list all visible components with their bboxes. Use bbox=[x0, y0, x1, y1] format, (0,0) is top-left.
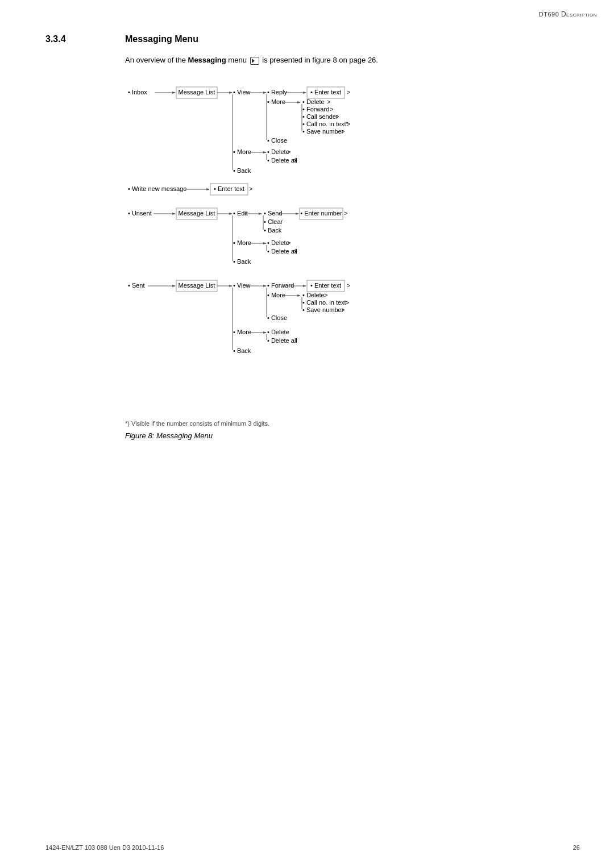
section-intro: An overview of the Messaging menu is pre… bbox=[125, 55, 580, 66]
messaging-icon bbox=[250, 57, 259, 65]
svg-text:>: > bbox=[330, 106, 333, 113]
svg-text:• Back: • Back bbox=[233, 347, 251, 354]
svg-text:• View: • View bbox=[233, 89, 251, 95]
svg-text:Message List: Message List bbox=[179, 210, 215, 217]
svg-text:• Delete: • Delete bbox=[267, 148, 289, 155]
intro-page: is presented in figure 8 on page 26. bbox=[262, 56, 378, 64]
svg-text:>: > bbox=[347, 121, 350, 127]
svg-text:>: > bbox=[341, 306, 345, 313]
svg-text:>: > bbox=[347, 89, 350, 95]
footnote: *) Visible if the number consists of min… bbox=[125, 420, 580, 427]
section-title: Messaging Menu bbox=[125, 34, 198, 44]
svg-text:>: > bbox=[327, 98, 330, 105]
footnote-text: *) Visible if the number consists of min… bbox=[125, 420, 269, 427]
svg-text:>: > bbox=[249, 185, 252, 192]
svg-text:>: > bbox=[341, 128, 345, 135]
svg-text:• Forward: • Forward bbox=[267, 282, 294, 289]
svg-text:>: > bbox=[293, 157, 296, 164]
svg-text:• Save number: • Save number bbox=[302, 306, 344, 313]
svg-text:• Send: • Send bbox=[264, 210, 283, 217]
svg-text:• Write new message: • Write new message bbox=[128, 185, 186, 192]
svg-text:• Back: • Back bbox=[233, 167, 251, 174]
svg-text:>: > bbox=[344, 210, 347, 217]
svg-text:>: > bbox=[346, 299, 349, 306]
svg-text:• Delete: • Delete bbox=[267, 239, 289, 246]
messaging-menu-diagram: • Inbox Message List • View • Reply • En… bbox=[125, 77, 557, 407]
svg-text:• Edit: • Edit bbox=[233, 210, 248, 217]
svg-text:• Unsent: • Unsent bbox=[128, 210, 152, 217]
svg-text:• Enter text: • Enter text bbox=[310, 282, 341, 289]
figure-caption-text: Figure 8: Messaging Menu bbox=[125, 431, 213, 440]
svg-text:>: > bbox=[287, 239, 291, 246]
svg-text:• Save number: • Save number bbox=[302, 128, 344, 135]
intro-post: menu bbox=[226, 56, 247, 64]
svg-text:• Sent: • Sent bbox=[128, 282, 145, 289]
intro-bold: Messaging bbox=[188, 56, 226, 64]
svg-text:• View: • View bbox=[233, 282, 251, 289]
header-product: DT690 bbox=[539, 11, 559, 18]
page-footer: 1424-EN/LZT 103 088 Uen D3 2010-11-16 26 bbox=[45, 844, 580, 851]
section-number: 3.3.4 bbox=[45, 34, 80, 44]
svg-text:• Back: • Back bbox=[264, 227, 282, 234]
diagram-container: • Inbox Message List • View • Reply • En… bbox=[125, 77, 580, 409]
svg-text:• Call no. in text: • Call no. in text bbox=[302, 299, 346, 306]
footer-right: 26 bbox=[573, 844, 580, 851]
svg-text:>: > bbox=[324, 292, 327, 298]
svg-text:• More: • More bbox=[267, 292, 285, 298]
svg-text:• Forward: • Forward bbox=[302, 106, 329, 113]
svg-text:• More: • More bbox=[233, 329, 251, 335]
svg-text:• Enter number: • Enter number bbox=[300, 210, 342, 217]
svg-text:• Call sender: • Call sender bbox=[302, 113, 338, 120]
figure-caption: Figure 8: Messaging Menu bbox=[125, 431, 580, 440]
svg-text:>: > bbox=[335, 113, 339, 120]
svg-text:Message List: Message List bbox=[179, 282, 215, 289]
svg-text:• Back: • Back bbox=[233, 258, 251, 265]
svg-text:• Enter text: • Enter text bbox=[310, 89, 341, 95]
svg-text:• Delete: • Delete bbox=[302, 292, 325, 298]
intro-pre: An overview of the bbox=[125, 56, 188, 64]
svg-text:• More: • More bbox=[233, 148, 251, 155]
svg-text:Message List: Message List bbox=[179, 89, 215, 95]
svg-text:>: > bbox=[293, 248, 296, 255]
svg-text:• Delete: • Delete bbox=[302, 98, 325, 105]
content-area: 3.3.4 Messaging Menu An overview of the … bbox=[45, 34, 580, 451]
svg-text:• More: • More bbox=[233, 239, 251, 246]
svg-text:• Call no. in text*: • Call no. in text* bbox=[302, 121, 349, 127]
svg-text:>: > bbox=[287, 148, 291, 155]
section-header: 3.3.4 Messaging Menu bbox=[45, 34, 580, 44]
footer-left: 1424-EN/LZT 103 088 Uen D3 2010-11-16 bbox=[45, 844, 164, 851]
svg-text:• Delete all: • Delete all bbox=[267, 337, 297, 344]
svg-text:>: > bbox=[347, 282, 350, 289]
inbox-label: • Inbox bbox=[128, 89, 147, 95]
svg-text:• Close: • Close bbox=[267, 314, 287, 321]
svg-text:• More: • More bbox=[267, 98, 285, 105]
svg-text:• Reply: • Reply bbox=[267, 89, 288, 95]
svg-text:• Close: • Close bbox=[267, 137, 287, 144]
svg-text:• Enter text: • Enter text bbox=[214, 185, 244, 192]
svg-text:• Clear: • Clear bbox=[264, 218, 283, 225]
svg-text:• Delete: • Delete bbox=[267, 329, 289, 335]
page-header: DT690 Description bbox=[539, 10, 597, 18]
header-description: Description bbox=[561, 10, 597, 18]
